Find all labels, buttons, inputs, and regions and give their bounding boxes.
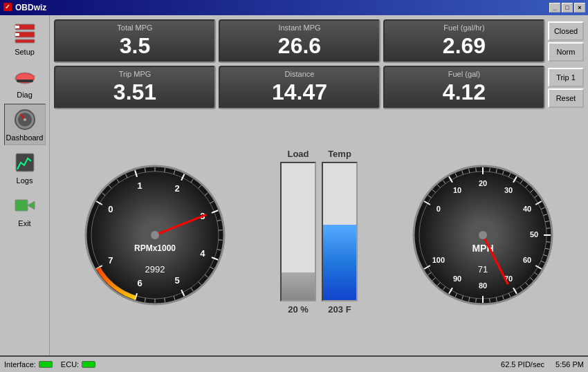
fuel-hr-label: Fuel (gal/hr) (390, 24, 538, 32)
trip1-button[interactable]: Trip 1 (548, 68, 584, 87)
total-mpg-value: 3.5 (61, 33, 209, 59)
side-buttons-2: Trip 1 Reset (548, 66, 584, 109)
total-mpg-label: Total MPG (61, 24, 209, 32)
speed-gauge (407, 156, 559, 308)
closed-button[interactable]: Closed (548, 21, 584, 41)
status-bar: Interface: ECU: 62.5 PID/sec 5:56 PM (0, 355, 588, 372)
sidebar-label-dashboard: Dashboard (6, 133, 44, 142)
temp-label: Temp (328, 149, 351, 159)
side-buttons-1: Closed Norm (548, 19, 584, 63)
exit-icon (12, 193, 37, 218)
maximize-button[interactable]: □ (562, 3, 573, 12)
metric-fuel-gal: Fuel (gal) 4.12 (383, 66, 545, 109)
temp-bar-fill (323, 225, 356, 300)
svg-text:✓: ✓ (5, 3, 10, 10)
reset-button[interactable]: Reset (548, 89, 584, 108)
distance-value: 14.47 (226, 80, 374, 105)
svg-rect-6 (15, 39, 35, 43)
temp-bar-outer (322, 162, 358, 301)
trip-mpg-label: Trip MPG (61, 70, 209, 78)
gauge-area: Load 20 % Temp 203 F (54, 112, 584, 351)
svg-point-13 (24, 118, 26, 121)
svg-rect-9 (17, 80, 33, 82)
ecu-label: ECU: (61, 360, 79, 369)
app-title: OBDwiz (15, 3, 46, 12)
load-label: Load (287, 149, 309, 159)
clock: 5:56 PM (555, 360, 584, 369)
sidebar-item-logs[interactable]: Logs (4, 147, 46, 188)
title-icon: ✓ (3, 2, 12, 14)
sidebar: Setup Diag Dashb (0, 15, 50, 355)
title-bar: ✓ OBDwiz _ □ × (0, 0, 588, 15)
fuel-hr-value: 2.69 (390, 33, 538, 59)
pid-rate: 62.5 PID/sec (501, 360, 544, 369)
ecu-status: ECU: (61, 360, 95, 369)
distance-label: Distance (226, 70, 374, 78)
instant-mpg-label: Instant MPG (226, 24, 374, 32)
instant-mpg-value: 26.6 (226, 33, 374, 59)
interface-label: Interface: (4, 360, 36, 369)
metric-total-mpg: Total MPG 3.5 (54, 19, 216, 63)
ecu-led (82, 361, 95, 368)
temp-value: 203 F (328, 304, 351, 315)
minimize-button[interactable]: _ (549, 3, 560, 12)
svg-marker-16 (28, 201, 35, 210)
interface-status: Interface: (4, 360, 53, 369)
svg-rect-15 (15, 200, 28, 211)
load-bar-outer (280, 162, 316, 301)
sidebar-label-exit: Exit (18, 219, 30, 227)
sidebar-item-diag[interactable]: Diag (4, 61, 46, 102)
temp-gauge: Temp 203 F (322, 149, 358, 315)
bar-gauges-container: Load 20 % Temp 203 F (280, 149, 358, 315)
fuel-gal-value: 4.12 (390, 80, 538, 105)
metrics-row-1: Total MPG 3.5 Instant MPG 26.6 Fuel (gal… (54, 19, 584, 63)
interface-led (39, 361, 53, 368)
sidebar-item-setup[interactable]: Setup (4, 18, 46, 59)
status-right: 62.5 PID/sec 5:56 PM (501, 360, 584, 369)
diag-icon (12, 64, 37, 89)
sidebar-label-logs: Logs (17, 176, 33, 185)
title-controls: _ □ × (549, 3, 585, 12)
norm-button[interactable]: Norm (548, 42, 584, 62)
content-area: Total MPG 3.5 Instant MPG 26.6 Fuel (gal… (50, 15, 588, 355)
close-button[interactable]: × (574, 3, 585, 12)
setup-icon (12, 21, 37, 46)
sidebar-label-diag: Diag (17, 91, 33, 99)
load-bar-fill (282, 272, 315, 300)
fuel-gal-label: Fuel (gal) (390, 70, 538, 78)
metrics-row-2: Trip MPG 3.51 Distance 14.47 Fuel (gal) … (54, 66, 584, 109)
metric-instant-mpg: Instant MPG 26.6 (219, 19, 380, 63)
metric-distance: Distance 14.47 (219, 66, 380, 109)
metric-trip-mpg: Trip MPG 3.51 (54, 66, 216, 109)
load-gauge: Load 20 % (280, 149, 316, 315)
sidebar-item-dashboard[interactable]: Dashboard (4, 104, 46, 145)
load-value: 20 % (288, 304, 309, 315)
svg-rect-3 (15, 26, 19, 28)
trip-mpg-value: 3.51 (61, 80, 209, 105)
svg-rect-5 (15, 33, 19, 36)
logs-icon (12, 150, 37, 175)
sidebar-item-exit[interactable]: Exit (4, 189, 46, 231)
sidebar-label-setup: Setup (15, 48, 35, 56)
rpm-gauge (79, 156, 231, 308)
dashboard-icon (12, 107, 37, 132)
metric-fuel-hr: Fuel (gal/hr) 2.69 (383, 19, 545, 63)
